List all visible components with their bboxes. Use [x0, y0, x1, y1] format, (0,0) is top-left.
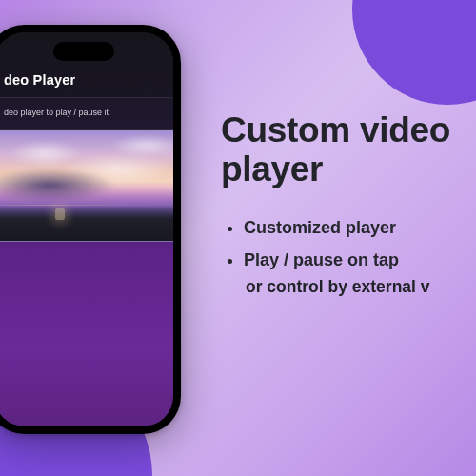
feature-subtext: or control by external v: [246, 277, 465, 297]
banner-title: Custom video player: [221, 110, 465, 189]
phone-mockup: deo Player deo player to play / pause it: [0, 25, 181, 434]
phone-screen: deo Player deo player to play / pause it: [0, 32, 173, 426]
hint-text: deo player to play / pause it: [0, 98, 173, 129]
list-item: Customized player: [244, 216, 465, 239]
cloud-decor: [0, 169, 116, 203]
feature-list: Customized player Play / pause on tap: [221, 216, 465, 272]
banner-stage: deo Player deo player to play / pause it…: [0, 0, 476, 476]
cloud-decor: [109, 134, 173, 157]
nav-title: deo Player: [4, 72, 75, 88]
list-item: Play / pause on tap: [244, 248, 465, 271]
text-column: Custom video player Customized player Pl…: [221, 110, 465, 297]
video-player[interactable]: [0, 129, 173, 242]
dynamic-island: [53, 42, 114, 61]
horizon-decor: [0, 205, 173, 241]
